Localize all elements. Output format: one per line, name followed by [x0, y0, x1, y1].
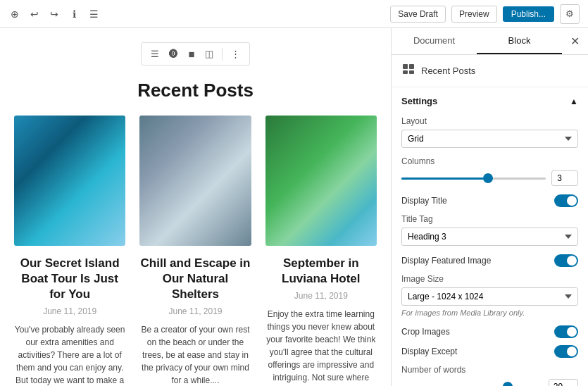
svg-rect-2	[403, 70, 408, 74]
main-area: ☰ ⓿ ■ ◫ ⋮ Recent Posts Our Secret Island…	[0, 28, 588, 386]
editor-area: ☰ ⓿ ■ ◫ ⋮ Recent Posts Our Secret Island…	[0, 28, 391, 386]
save-draft-button[interactable]: Save Draft	[390, 6, 446, 23]
title-tag-setting: Title Tag Heading 3	[401, 214, 578, 246]
undo-icon[interactable]: ↩	[28, 8, 41, 20]
columns-slider-track[interactable]	[401, 178, 546, 180]
svg-rect-3	[409, 70, 414, 74]
columns-slider-thumb[interactable]	[483, 173, 493, 183]
block-toolbar: ☰ ⓿ ■ ◫ ⋮	[141, 42, 249, 66]
layout-label: Layout	[401, 116, 578, 126]
display-title-label: Display Title	[401, 196, 447, 206]
recent-posts-icon	[401, 62, 415, 80]
crop-images-switch[interactable]	[554, 325, 578, 338]
post-item: Our Secret Island Boat Tour Is Just for …	[14, 116, 125, 386]
num-words-control	[401, 379, 578, 386]
post-title: Chill and Escape in Our Natural Shelters	[139, 256, 251, 302]
panel-tabs: Document Block ✕	[392, 28, 588, 55]
post-image	[265, 116, 377, 246]
publish-button[interactable]: Publish...	[503, 6, 554, 22]
tab-block[interactable]: Block	[477, 28, 562, 54]
display-excerpt-switch[interactable]	[554, 345, 578, 358]
settings-header: Settings ▲	[401, 96, 578, 106]
display-featured-image-label: Display Featured Image	[401, 256, 491, 266]
svg-rect-1	[409, 64, 414, 69]
toolbar-separator	[222, 48, 223, 61]
sidebar-panel: Document Block ✕ Recent Posts Sett	[391, 28, 588, 386]
display-featured-image-toggle: Display Featured Image	[401, 254, 578, 267]
columns-slider-fill	[401, 178, 488, 180]
post-excerpt: Be a creator of your own rest on the bea…	[139, 323, 251, 386]
svg-rect-0	[403, 64, 408, 69]
layout-setting: Layout Grid	[401, 116, 578, 148]
post-title: Our Secret Island Boat Tour Is Just for …	[14, 256, 125, 302]
toolbar-right: Save Draft Preview Publish... ⚙	[390, 4, 580, 24]
close-panel-button[interactable]: ✕	[562, 29, 588, 54]
post-image	[14, 116, 125, 246]
post-date: June 11, 2019	[14, 306, 125, 316]
tab-document[interactable]: Document	[392, 28, 477, 54]
image-size-hint: For images from Media Library only.	[401, 309, 578, 317]
num-words-setting: Number of words	[401, 365, 578, 386]
compact-icon-button[interactable]: ■	[184, 46, 198, 62]
display-title-switch[interactable]	[554, 194, 578, 207]
image-size-select[interactable]: Large - 1024 x 1024	[401, 287, 578, 306]
settings-section: Settings ▲ Layout Grid Columns	[392, 87, 588, 386]
image-size-label: Image Size	[401, 274, 578, 284]
post-excerpt: You've probably already seen our extra a…	[14, 323, 125, 386]
toolbar-left: ⊕ ↩ ↪ ℹ ☰	[8, 8, 100, 20]
num-words-slider-thumb[interactable]	[503, 382, 513, 386]
crop-images-label: Crop Images	[401, 327, 450, 337]
display-featured-image-switch[interactable]	[554, 254, 578, 267]
top-bar: ⊕ ↩ ↪ ℹ ☰ Save Draft Preview Publish... …	[0, 0, 588, 28]
post-title: September in Luviana Hotel	[265, 256, 377, 287]
post-excerpt: Enjoy the extra time learning things you…	[265, 308, 377, 386]
page-title: Recent Posts	[14, 80, 377, 101]
display-excerpt-label: Display Except	[401, 347, 457, 356]
menu-icon[interactable]: ☰	[87, 8, 100, 20]
post-item: Chill and Escape in Our Natural Shelters…	[139, 116, 251, 386]
settings-button[interactable]: ⚙	[560, 4, 580, 24]
num-words-label: Number of words	[401, 365, 578, 375]
layout-select[interactable]: Grid	[401, 130, 578, 148]
title-tag-label: Title Tag	[401, 214, 578, 224]
posts-grid: Our Secret Island Boat Tour Is Just for …	[14, 116, 377, 386]
crop-images-toggle: Crop Images	[401, 325, 578, 338]
list-icon-button[interactable]: ⓿	[165, 46, 182, 61]
post-date: June 11, 2019	[265, 291, 377, 301]
post-date: June 11, 2019	[139, 306, 251, 316]
block-type-name: Recent Posts	[421, 66, 475, 76]
settings-collapse-icon[interactable]: ▲	[570, 96, 578, 106]
columns-label: Columns	[401, 156, 578, 166]
more-options-button[interactable]: ⋮	[227, 46, 244, 61]
columns-number-input[interactable]	[551, 170, 578, 186]
post-item: September in Luviana Hotel June 11, 2019…	[265, 116, 377, 386]
title-tag-select[interactable]: Heading 3	[401, 228, 578, 246]
display-title-toggle: Display Title	[401, 194, 578, 207]
wp-icon[interactable]: ⊕	[8, 8, 21, 20]
image-size-setting: Image Size Large - 1024 x 1024 For image…	[401, 274, 578, 317]
post-image	[139, 116, 251, 246]
redo-icon[interactable]: ↪	[48, 8, 61, 20]
num-words-input[interactable]	[549, 379, 578, 386]
grid-icon-button[interactable]: ◫	[201, 46, 217, 61]
block-type-label: Recent Posts	[392, 55, 588, 87]
settings-title: Settings	[401, 96, 437, 106]
list-view-button[interactable]: ☰	[147, 46, 163, 61]
panel-body: Recent Posts Settings ▲ Layout Grid Colu…	[392, 55, 588, 386]
columns-setting: Columns	[401, 156, 578, 186]
preview-button[interactable]: Preview	[451, 6, 497, 23]
info-icon[interactable]: ℹ	[68, 8, 80, 20]
columns-control	[401, 170, 578, 186]
display-excerpt-toggle: Display Except	[401, 345, 578, 358]
